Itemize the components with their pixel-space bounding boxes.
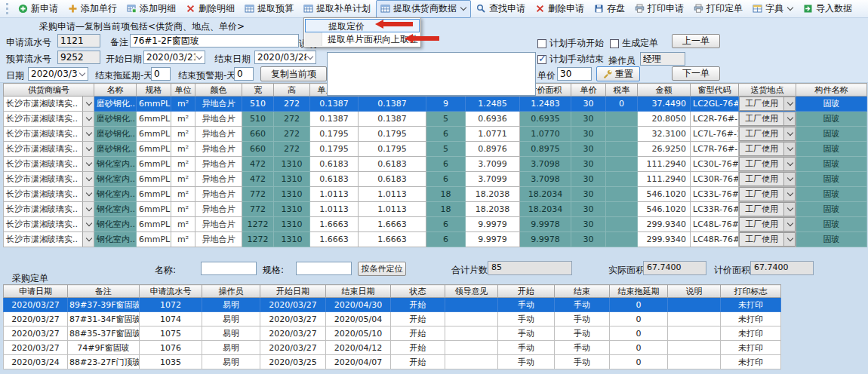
serial-number-input[interactable] xyxy=(57,34,100,48)
table-row[interactable]: 2020/03/2488#23-27F门顶玻1035易明2020/03/2520… xyxy=(4,355,781,369)
column-header[interactable]: 供货商编号 xyxy=(4,84,94,97)
start-date-combobox[interactable]: 2020/03/21 xyxy=(143,51,205,64)
combo-dropdown-button[interactable] xyxy=(82,97,94,111)
filter-spec-input[interactable] xyxy=(296,262,352,275)
extract-supplement-plan-button[interactable]: 提取补单计划 xyxy=(299,0,375,18)
combo-dropdown-button[interactable] xyxy=(82,202,94,216)
column-header[interactable]: 高 xyxy=(274,84,310,97)
combo-dropdown-button[interactable] xyxy=(783,188,795,201)
reset-button[interactable]: 重置 xyxy=(596,66,640,81)
generate-order-checkbox[interactable]: 生成定单 xyxy=(610,37,658,50)
column-header[interactable]: 申请日期 xyxy=(4,285,68,298)
plan-manual-end-checkbox[interactable]: 计划手动结束 xyxy=(537,53,604,66)
chevron-down-icon[interactable] xyxy=(79,69,85,75)
table-row[interactable]: 长沙市潇湘玻璃实..磨砂钢化..6mmPLE..m²异地合片5102720.13… xyxy=(4,112,867,127)
table-row[interactable]: 长沙市潇湘玻璃实..磨砂钢化..6mmPLE..m²异地合片6602720.17… xyxy=(4,127,867,142)
delete-application-button[interactable]: 删除申请 xyxy=(531,0,589,18)
column-header[interactable]: 结束日期 xyxy=(326,285,391,298)
combo-dropdown-button[interactable] xyxy=(82,172,94,186)
combo-dropdown-button[interactable] xyxy=(783,158,795,170)
extract-piece-area-round-up-menu-item[interactable]: 提取单片面积向上取整 xyxy=(305,32,420,46)
end-warning-input[interactable] xyxy=(234,67,254,81)
column-header[interactable]: 送货地点 xyxy=(739,84,796,97)
add-detail-button[interactable]: 添加明细 xyxy=(122,0,180,18)
dictionary-button[interactable]: 字典 xyxy=(748,0,798,18)
new-application-button[interactable]: 新申请 xyxy=(14,0,63,18)
combo-dropdown-button[interactable] xyxy=(783,127,795,140)
column-header[interactable]: 结束 xyxy=(555,285,610,298)
column-header[interactable]: 颜色 xyxy=(195,84,242,97)
column-header[interactable]: 结束拖延期 xyxy=(610,285,668,298)
unit-price-input[interactable] xyxy=(557,67,592,81)
table-row[interactable]: 2020/03/2788#35-37F窗固玻1075易明2020/03/2720… xyxy=(4,326,781,341)
remark-input[interactable] xyxy=(130,34,299,48)
column-header[interactable]: 窗型代码 xyxy=(691,84,739,97)
column-header[interactable]: 操作员 xyxy=(202,285,260,298)
end-delay-input[interactable] xyxy=(151,67,171,81)
print-order-button[interactable]: 打印定单 xyxy=(689,0,747,18)
table-row[interactable]: 2020/03/2774#9F窗固玻1076易明2020/03/272020/0… xyxy=(4,341,781,355)
table-row[interactable]: 2020/03/2789#37-39F窗固玻1072易明2020/03/2720… xyxy=(4,298,781,312)
end-date-combobox[interactable]: 2020/03/28 xyxy=(254,51,316,64)
combo-dropdown-button[interactable] xyxy=(82,157,94,171)
combo-dropdown-button[interactable] xyxy=(783,218,795,231)
combo-dropdown-button[interactable] xyxy=(82,187,94,201)
column-header[interactable]: 宽 xyxy=(242,84,274,97)
combo-dropdown-button[interactable] xyxy=(82,127,94,141)
combo-dropdown-button[interactable] xyxy=(82,112,94,126)
column-header[interactable]: 说明 xyxy=(668,285,721,298)
extract-supplier-data-button[interactable]: 提取供货商数据 xyxy=(376,0,471,18)
checkbox-icon[interactable] xyxy=(610,39,619,48)
combo-dropdown-button[interactable] xyxy=(783,173,795,185)
note-textarea[interactable] xyxy=(327,52,536,96)
filter-name-input[interactable] xyxy=(201,262,257,275)
combo-dropdown-button[interactable] xyxy=(82,217,94,231)
table-row[interactable]: 长沙市潇湘玻璃实..钢化室内..6mmPLE..m²异地合片47213100.6… xyxy=(4,157,867,172)
checkbox-icon[interactable] xyxy=(537,39,546,48)
date-combobox[interactable]: 2020/03/31 xyxy=(28,67,88,81)
column-header[interactable]: 领导意见 xyxy=(445,285,498,298)
import-data-button[interactable]: 导入数据 xyxy=(799,0,857,18)
table-row[interactable]: 长沙市潇湘玻璃实..钢化室内..6mmPLE..m²异地合片127213101.… xyxy=(4,232,867,247)
column-header[interactable]: 金额 xyxy=(638,84,691,97)
operator-input[interactable] xyxy=(640,52,685,66)
previous-order-button[interactable]: 上一单 xyxy=(672,34,720,48)
chevron-down-icon[interactable] xyxy=(196,53,202,59)
column-header[interactable]: 单价 xyxy=(571,84,606,97)
combo-dropdown-button[interactable] xyxy=(82,232,94,247)
combo-dropdown-button[interactable] xyxy=(783,97,795,110)
column-header[interactable]: 税率 xyxy=(606,84,638,97)
delete-detail-button[interactable]: 删除明细 xyxy=(181,0,239,18)
extract-budget-button[interactable]: 提取预算 xyxy=(240,0,298,18)
table-row[interactable]: 长沙市潇湘玻璃实..磨砂钢化..6mmPLE..m²异地合片5102720.13… xyxy=(4,97,867,112)
next-order-button[interactable]: 下一单 xyxy=(672,66,720,81)
combo-dropdown-button[interactable] xyxy=(783,112,795,125)
find-application-button[interactable]: 查找申请 xyxy=(472,0,530,18)
print-application-button[interactable]: 打印申请 xyxy=(630,0,688,18)
combo-dropdown-button[interactable] xyxy=(82,142,94,156)
column-header[interactable]: 备注 xyxy=(68,285,140,298)
plan-manual-start-checkbox[interactable]: 计划手动开始 xyxy=(537,37,604,50)
column-header[interactable]: 规格 xyxy=(137,84,171,97)
table-row[interactable]: 长沙市潇湘玻璃实..钢化室内..6mmPLE..m²异地合片47213100.6… xyxy=(4,172,867,187)
combo-dropdown-button[interactable] xyxy=(783,233,795,246)
budget-number-input[interactable] xyxy=(57,51,100,64)
column-header[interactable]: 状态 xyxy=(391,285,445,298)
column-header[interactable]: 名称 xyxy=(94,84,137,97)
chevron-down-icon[interactable] xyxy=(307,53,313,59)
column-header[interactable]: 申请流水号 xyxy=(140,285,202,298)
column-header[interactable]: 构件名称 xyxy=(796,84,867,97)
table-row[interactable]: 长沙市潇湘玻璃实..钢化室内..6mmPLE..m²异地合片77213101.0… xyxy=(4,187,867,202)
locate-by-condition-button[interactable]: 按条件定位 xyxy=(358,262,406,276)
table-row[interactable]: 长沙市潇湘玻璃实..钢化室内..6mmPLE..m²异地合片127213101.… xyxy=(4,217,867,232)
table-row[interactable]: 长沙市潇湘玻璃实..钢化室内..6mmPLE..m²异地合片77213101.0… xyxy=(4,202,867,217)
table-row[interactable]: 长沙市潇湘玻璃实..磨砂钢化..6mmPLE..m²异地合片6602720.17… xyxy=(4,142,867,157)
copy-current-item-button[interactable]: 复制当前项 xyxy=(260,66,327,81)
column-header[interactable]: 单位 xyxy=(171,84,195,97)
column-header[interactable]: 打印标志 xyxy=(721,285,781,298)
column-header[interactable]: 开始日期 xyxy=(260,285,326,298)
save-disk-button[interactable]: 存盘 xyxy=(589,0,629,18)
column-header[interactable]: 开始 xyxy=(498,285,555,298)
add-single-row-button[interactable]: 添加单行 xyxy=(63,0,122,18)
combo-dropdown-button[interactable] xyxy=(783,203,795,216)
